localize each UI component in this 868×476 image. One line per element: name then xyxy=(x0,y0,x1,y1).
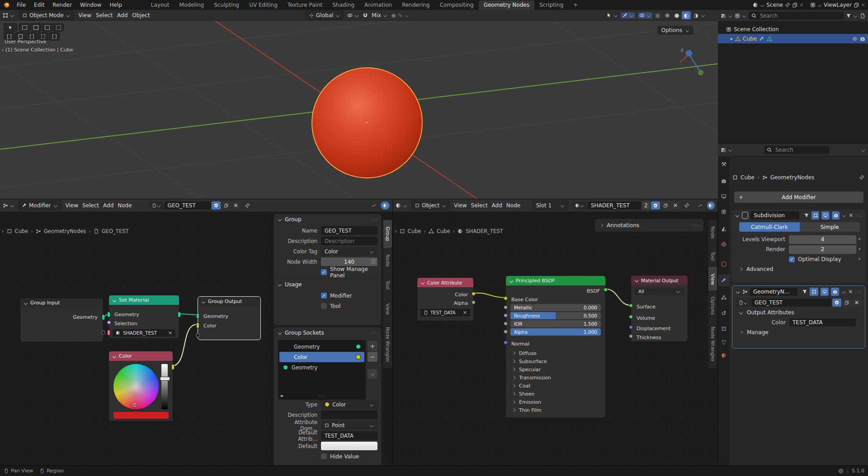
section-emission[interactable]: Emission xyxy=(506,398,605,406)
workspace-tab-geometry-nodes[interactable]: Geometry Nodes xyxy=(479,0,534,10)
drag-handle[interactable]: ∷∷ xyxy=(371,331,377,336)
breadcrumb-object[interactable]: Cube xyxy=(741,174,755,181)
geo-menu-node[interactable]: Node xyxy=(118,202,132,209)
tab-object-data[interactable]: ▽ xyxy=(718,336,730,348)
edit-mode-display-off-icon[interactable] xyxy=(804,213,809,218)
editor-type-button[interactable] xyxy=(3,203,14,208)
sidebar-tab-node-wrangler[interactable]: Node Wrangler xyxy=(383,321,392,368)
drag-handle[interactable]: ∷∷ xyxy=(371,217,377,222)
editor-type-button[interactable] xyxy=(396,203,407,208)
breadcrumb-modifier[interactable]: GeometryNodes xyxy=(770,174,814,181)
workspace-tab-shading[interactable]: Shading xyxy=(327,0,359,10)
node-group-name-field[interactable]: GEO_TEST xyxy=(751,299,831,307)
fake-user-shield-toggle[interactable] xyxy=(832,299,841,307)
base-color-input-socket[interactable] xyxy=(504,296,508,300)
list-expand-arrow[interactable]: ► xyxy=(281,393,284,398)
fake-user-shield-toggle[interactable] xyxy=(651,201,660,210)
outliner-filter-dropdown[interactable] xyxy=(846,13,858,19)
ior-slider[interactable]: IOR1.500 xyxy=(510,320,601,327)
shading-wireframe-button[interactable]: ⊕ xyxy=(663,11,672,19)
viewport-3d[interactable]: Object Mode View Select Add Object ⊹Glob… xyxy=(0,10,718,199)
viewport-menu-select[interactable]: Select xyxy=(96,12,113,19)
animate-dot[interactable]: • xyxy=(856,246,863,252)
unlink-data-icon[interactable]: ✕ xyxy=(231,201,241,210)
snap-mode-dropdown[interactable]: Mix xyxy=(372,12,387,19)
unlink-data-icon[interactable]: ✕ xyxy=(852,299,861,307)
tool-option-5[interactable] xyxy=(49,32,60,41)
tab-constraints[interactable]: ⊡ xyxy=(718,322,730,334)
overlay-toggle[interactable] xyxy=(707,201,715,210)
hide-eye-icon[interactable] xyxy=(852,36,858,42)
crumb-mesh[interactable]: Cube xyxy=(437,228,450,234)
outliner-display-mode-dropdown[interactable] xyxy=(735,13,746,19)
geometry-output-socket[interactable] xyxy=(102,314,105,320)
crumb-material[interactable]: SHADER_TEST xyxy=(466,228,503,234)
workspace-tab-animation[interactable]: Animation xyxy=(359,0,397,10)
hide-value-checkbox[interactable] xyxy=(321,453,327,459)
levels-viewport-value[interactable]: 4 xyxy=(789,235,856,244)
usage-tool-checkbox[interactable] xyxy=(321,303,327,309)
shader-editor[interactable]: Object View Select Add Node Slot 1 SHADE… xyxy=(393,199,718,465)
properties-search-input[interactable] xyxy=(774,146,815,154)
node-set-material[interactable]: Set Material Geometry Selection SHADER_T… xyxy=(108,295,179,339)
scene-name[interactable]: Scene xyxy=(766,2,783,8)
options-dropdown[interactable]: Options xyxy=(657,26,693,35)
node-color-attribute[interactable]: Color Attribute Color Alpha TEST_DATA ✕ xyxy=(417,277,474,321)
add-modifier-button[interactable]: + Add Modifier xyxy=(734,191,863,203)
type-catmull-clark[interactable]: Catmull-Clark xyxy=(739,222,800,232)
viewport-menu-add[interactable]: Add xyxy=(117,12,127,19)
shading-material-button[interactable]: ◐ xyxy=(682,11,691,19)
sidebar-tab-node[interactable]: Node xyxy=(383,248,392,273)
output-target-dropdown[interactable]: All xyxy=(635,288,684,295)
duplicate-data-icon[interactable] xyxy=(842,299,851,307)
default-color-swatch[interactable] xyxy=(321,442,377,450)
mode-dropdown[interactable]: Object Mode xyxy=(19,10,74,20)
alpha-output-socket[interactable] xyxy=(472,300,476,304)
material-browse-button[interactable] xyxy=(572,201,587,210)
node-principled-bsdf[interactable]: Principled BSDF BSDF Base Color Metallic… xyxy=(505,275,606,418)
outliner-row-scene-collection[interactable]: Scene Collection xyxy=(718,24,868,34)
tab-modifiers[interactable] xyxy=(718,275,730,286)
select-mode-subtract-button[interactable] xyxy=(42,23,52,32)
material-input-socket[interactable] xyxy=(107,330,110,336)
list-resize-grip[interactable]: ∷∷ xyxy=(319,394,326,399)
crumb-object[interactable]: Cube xyxy=(15,228,28,234)
workspace-tab-modeling[interactable]: Modeling xyxy=(175,0,209,10)
select-mode-invert-button[interactable] xyxy=(53,23,64,32)
animate-dot[interactable]: • xyxy=(856,236,863,243)
node-group-browse-button[interactable] xyxy=(736,299,750,307)
gizmos-dropdown[interactable] xyxy=(621,12,635,19)
shader-menu-view[interactable]: View xyxy=(454,202,467,209)
snap-icon[interactable] xyxy=(371,203,377,208)
tab-physics[interactable]: ↺ xyxy=(718,307,730,319)
node-color[interactable]: Color xyxy=(108,351,173,421)
workspace-tab-uv-editing[interactable]: UV Editing xyxy=(244,0,283,10)
navigation-gizmo[interactable]: z xyxy=(674,42,710,83)
geo-menu-add[interactable]: Add xyxy=(103,202,113,209)
shader-menu-node[interactable]: Node xyxy=(506,202,520,209)
node-group-input[interactable]: Group Input Geometry xyxy=(20,298,104,342)
display-render-toggle[interactable] xyxy=(832,211,840,219)
geo-menu-select[interactable]: Select xyxy=(82,202,99,209)
shading-options-chevron[interactable] xyxy=(701,13,705,17)
fake-user-shield-toggle[interactable] xyxy=(212,201,221,210)
virtual-output-socket[interactable] xyxy=(101,331,105,335)
tab-output[interactable] xyxy=(718,191,730,202)
active-tool-button[interactable] xyxy=(4,23,17,32)
duplicate-data-icon[interactable] xyxy=(222,201,231,210)
section-sheen[interactable]: Sheen xyxy=(506,390,605,398)
color-swatch[interactable] xyxy=(113,412,169,419)
pivot-point-dropdown[interactable] xyxy=(347,13,359,18)
overlays-dropdown[interactable] xyxy=(638,12,652,19)
default-attribute-field[interactable]: TEST_DATA xyxy=(321,431,377,440)
section-subsurface[interactable]: Subsurface xyxy=(506,357,605,365)
bsdf-output-socket[interactable] xyxy=(604,288,608,292)
attribute-domain-dropdown[interactable]: Point xyxy=(321,421,377,429)
modifier-extras-chevron[interactable] xyxy=(842,290,845,294)
workspace-tab-layout[interactable]: Layout xyxy=(146,0,175,10)
socket-extras-chevron[interactable] xyxy=(368,369,377,379)
geometry-output-socket[interactable] xyxy=(178,312,181,317)
proportional-editing-button[interactable]: ◉∿ xyxy=(391,12,409,19)
outliner-editor-type-button[interactable] xyxy=(721,13,732,19)
sidebar-tab-group[interactable]: Group xyxy=(383,220,392,248)
